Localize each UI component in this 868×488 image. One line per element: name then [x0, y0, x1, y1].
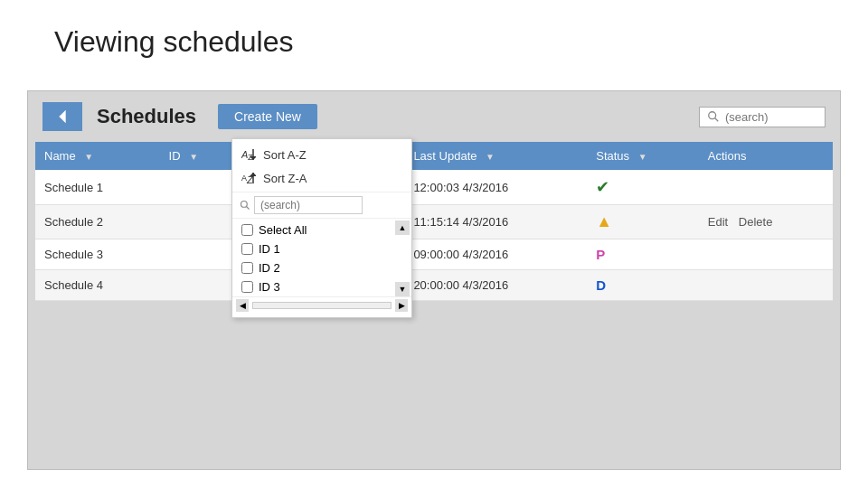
row1-update: 12:00:03 4/3/2016: [404, 170, 587, 205]
status-warning-icon: ▲: [596, 212, 612, 230]
row3-name: Schedule 3: [35, 239, 160, 270]
status-filter-icon[interactable]: ▼: [638, 152, 647, 162]
row3-id: [160, 239, 237, 270]
row2-actions[interactable]: Edit Delete: [699, 205, 833, 239]
update-filter-icon[interactable]: ▼: [486, 152, 495, 162]
h-scroll-right-button[interactable]: ▶: [395, 299, 408, 312]
scroll-down-button[interactable]: ▼: [395, 282, 410, 296]
svg-line-4: [715, 118, 719, 122]
search-box: [699, 107, 826, 127]
section-title: Schedules: [97, 105, 196, 128]
id2-option[interactable]: ID 2: [232, 258, 395, 277]
svg-line-14: [247, 207, 250, 210]
col-name[interactable]: Name ▼: [35, 142, 160, 170]
row1-actions: [699, 170, 833, 205]
back-button[interactable]: [42, 102, 82, 131]
create-new-button[interactable]: Create New: [218, 104, 317, 129]
status-p-icon: P: [596, 247, 605, 262]
dropdown-search-row: [232, 192, 411, 219]
status-check-icon: ✔: [596, 178, 609, 196]
search-input[interactable]: [725, 110, 816, 124]
col-id[interactable]: ID ▼: [160, 142, 237, 170]
dropdown-search-icon: [240, 200, 250, 211]
row1-name: Schedule 1: [35, 170, 160, 205]
search-icon: [707, 110, 720, 123]
scroll-outer: Select All ID 1 ID 2 ID 3 ▲: [232, 221, 411, 296]
header-row: Schedules Create New: [28, 91, 840, 142]
sort-za-label: Sort Z-A: [263, 172, 307, 185]
svg-marker-2: [59, 110, 65, 124]
row2-status: ▲: [587, 205, 699, 239]
table-row: Schedule 1 12:00:03 4/3/2016 ✔: [35, 170, 833, 205]
id1-checkbox[interactable]: [241, 243, 253, 255]
svg-point-13: [241, 202, 248, 208]
dropdown-list-area: Select All ID 1 ID 2 ID 3 ▲: [232, 221, 411, 296]
select-all-label: Select All: [259, 223, 307, 237]
row4-status: D: [587, 270, 699, 301]
table-row: Schedule 2 11:15:14 4/3/2016 ▲ Edit Dele…: [35, 205, 833, 239]
id1-label: ID 1: [259, 242, 280, 256]
row2-update: 11:15:14 4/3/2016: [404, 205, 587, 239]
schedules-table: Name ▼ ID ▼ Time created ▼ Last Update ▼: [35, 142, 833, 301]
col-status[interactable]: Status ▼: [587, 142, 699, 170]
page-title: Viewing schedules: [54, 25, 293, 59]
row4-update: 20:00:00 4/3/2016: [404, 270, 587, 301]
app-container: 6 6 Schedules Create New Name: [27, 90, 841, 470]
row3-update: 09:00:00 4/3/2016: [404, 239, 587, 270]
id1-option[interactable]: ID 1: [232, 239, 395, 258]
id3-checkbox[interactable]: [241, 281, 253, 293]
sort-za-option[interactable]: A Z Sort Z-A: [232, 166, 411, 190]
table-row: Schedule 4 20:00:00 4/3/2016 D: [35, 270, 833, 301]
row4-actions: [699, 270, 833, 301]
row2-name: Schedule 2: [35, 205, 160, 239]
scroll-up-button[interactable]: ▲: [395, 221, 410, 235]
delete-button[interactable]: Delete: [739, 215, 773, 229]
id-filter-icon[interactable]: ▼: [189, 152, 198, 162]
row4-name: Schedule 4: [35, 270, 160, 301]
select-all-option[interactable]: Select All: [232, 221, 395, 239]
sort-az-icon: A Z: [241, 147, 256, 162]
row1-status: ✔: [587, 170, 699, 205]
col-last-update[interactable]: Last Update ▼: [404, 142, 587, 170]
table-row: Schedule 3 09:00:00 4/3/2016 P: [35, 239, 833, 270]
sort-az-option[interactable]: A Z Sort A-Z: [232, 143, 411, 166]
sort-az-label: Sort A-Z: [263, 148, 307, 162]
row4-id: [160, 270, 237, 301]
row1-id: [160, 170, 237, 205]
svg-point-3: [709, 112, 716, 119]
table-area: Name ▼ ID ▼ Time created ▼ Last Update ▼: [35, 142, 833, 301]
h-scroll-track: [252, 302, 392, 309]
edit-button[interactable]: Edit: [708, 215, 728, 229]
name-filter-icon[interactable]: ▼: [84, 152, 93, 162]
dropdown-scroll-area[interactable]: Select All ID 1 ID 2 ID 3: [232, 221, 395, 296]
row3-status: P: [587, 239, 699, 270]
row2-id: [160, 205, 237, 239]
col-actions: Actions: [699, 142, 833, 170]
row3-actions: [699, 239, 833, 270]
id2-checkbox[interactable]: [241, 262, 253, 274]
id-filter-dropdown: A Z Sort A-Z A Z Sort Z-A: [231, 138, 412, 318]
id3-label: ID 3: [259, 280, 280, 294]
id3-option[interactable]: ID 3: [232, 277, 395, 296]
id2-label: ID 2: [259, 261, 280, 275]
h-scroll-left-button[interactable]: ◀: [236, 299, 249, 312]
sort-za-icon: A Z: [241, 171, 256, 185]
status-d-icon: D: [596, 277, 606, 293]
dropdown-search-input[interactable]: [254, 196, 363, 214]
select-all-checkbox[interactable]: [241, 224, 253, 236]
h-scroll-row: ◀ ▶: [232, 296, 411, 314]
